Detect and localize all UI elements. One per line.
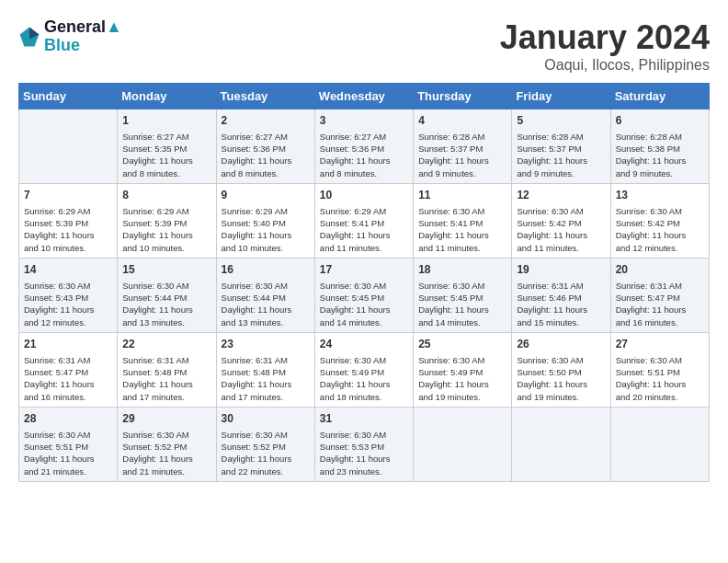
- column-header-thursday: Thursday: [414, 84, 512, 109]
- day-info: Sunrise: 6:30 AMSunset: 5:53 PMDaylight:…: [320, 429, 408, 477]
- day-info: Sunrise: 6:30 AMSunset: 5:45 PMDaylight:…: [418, 280, 506, 328]
- day-info: Sunrise: 6:31 AMSunset: 5:46 PMDaylight:…: [517, 280, 605, 328]
- day-info: Sunrise: 6:30 AMSunset: 5:49 PMDaylight:…: [320, 354, 408, 403]
- day-number: 23: [222, 337, 310, 352]
- calendar-header-row: SundayMondayTuesdayWednesdayThursdayFrid…: [19, 84, 710, 109]
- logo: General▲ Blue: [18, 18, 122, 55]
- day-info: Sunrise: 6:30 AMSunset: 5:44 PMDaylight:…: [122, 280, 210, 328]
- day-number: 25: [418, 337, 506, 352]
- day-info: Sunrise: 6:30 AMSunset: 5:42 PMDaylight:…: [517, 205, 605, 254]
- day-number: 21: [24, 337, 112, 352]
- calendar-cell: [19, 109, 118, 184]
- calendar-week-3: 14Sunrise: 6:30 AMSunset: 5:43 PMDayligh…: [19, 258, 710, 332]
- day-info: Sunrise: 6:28 AMSunset: 5:38 PMDaylight:…: [616, 131, 704, 179]
- calendar-week-5: 28Sunrise: 6:30 AMSunset: 5:51 PMDayligh…: [19, 407, 710, 481]
- day-number: 22: [122, 337, 210, 352]
- day-number: 19: [517, 262, 605, 278]
- day-info: Sunrise: 6:29 AMSunset: 5:41 PMDaylight:…: [320, 205, 408, 254]
- column-header-monday: Monday: [118, 84, 216, 109]
- calendar-cell: 16Sunrise: 6:30 AMSunset: 5:44 PMDayligh…: [216, 258, 314, 332]
- calendar-cell: 27Sunrise: 6:30 AMSunset: 5:51 PMDayligh…: [610, 332, 709, 407]
- calendar-cell: 28Sunrise: 6:30 AMSunset: 5:51 PMDayligh…: [19, 407, 118, 481]
- calendar-cell: 3Sunrise: 6:27 AMSunset: 5:36 PMDaylight…: [314, 109, 413, 184]
- day-number: 8: [122, 188, 210, 203]
- day-info: Sunrise: 6:30 AMSunset: 5:45 PMDaylight:…: [320, 280, 408, 328]
- column-header-sunday: Sunday: [19, 84, 118, 109]
- calendar-cell: 22Sunrise: 6:31 AMSunset: 5:48 PMDayligh…: [118, 332, 216, 407]
- day-number: 18: [418, 262, 506, 278]
- day-info: Sunrise: 6:30 AMSunset: 5:50 PMDaylight:…: [517, 354, 605, 403]
- day-info: Sunrise: 6:29 AMSunset: 5:40 PMDaylight:…: [222, 205, 310, 254]
- day-info: Sunrise: 6:30 AMSunset: 5:43 PMDaylight:…: [24, 280, 112, 328]
- column-header-wednesday: Wednesday: [314, 84, 413, 109]
- page-header: General▲ Blue January 2024 Oaqui, Ilocos…: [18, 18, 710, 74]
- calendar-cell: 18Sunrise: 6:30 AMSunset: 5:45 PMDayligh…: [414, 258, 512, 332]
- calendar-cell: 5Sunrise: 6:28 AMSunset: 5:37 PMDaylight…: [512, 109, 610, 184]
- day-number: 5: [517, 113, 605, 129]
- day-number: 15: [122, 262, 210, 278]
- calendar-week-1: 1Sunrise: 6:27 AMSunset: 5:35 PMDaylight…: [19, 109, 710, 184]
- day-number: 11: [418, 188, 506, 203]
- day-info: Sunrise: 6:30 AMSunset: 5:44 PMDaylight:…: [222, 280, 310, 328]
- calendar-cell: 9Sunrise: 6:29 AMSunset: 5:40 PMDaylight…: [216, 183, 314, 258]
- calendar-cell: 21Sunrise: 6:31 AMSunset: 5:47 PMDayligh…: [19, 332, 118, 407]
- day-info: Sunrise: 6:31 AMSunset: 5:47 PMDaylight:…: [24, 354, 112, 403]
- day-number: 20: [616, 262, 704, 278]
- day-number: 10: [320, 188, 408, 203]
- calendar-cell: 13Sunrise: 6:30 AMSunset: 5:42 PMDayligh…: [610, 183, 709, 258]
- calendar-cell: 6Sunrise: 6:28 AMSunset: 5:38 PMDaylight…: [610, 109, 709, 184]
- calendar-cell: 14Sunrise: 6:30 AMSunset: 5:43 PMDayligh…: [19, 258, 118, 332]
- day-info: Sunrise: 6:30 AMSunset: 5:41 PMDaylight:…: [418, 205, 506, 254]
- calendar-cell: [512, 407, 610, 481]
- day-number: 24: [320, 337, 408, 352]
- day-number: 6: [616, 113, 704, 129]
- day-info: Sunrise: 6:27 AMSunset: 5:36 PMDaylight:…: [222, 131, 310, 179]
- calendar-cell: 25Sunrise: 6:30 AMSunset: 5:49 PMDayligh…: [414, 332, 512, 407]
- day-number: 4: [418, 113, 506, 129]
- calendar-cell: 29Sunrise: 6:30 AMSunset: 5:52 PMDayligh…: [118, 407, 216, 481]
- day-info: Sunrise: 6:30 AMSunset: 5:51 PMDaylight:…: [24, 429, 112, 477]
- calendar-cell: [414, 407, 512, 481]
- day-number: 2: [222, 113, 310, 129]
- day-number: 28: [24, 411, 112, 427]
- day-info: Sunrise: 6:30 AMSunset: 5:52 PMDaylight:…: [222, 429, 310, 477]
- day-number: 17: [320, 262, 408, 278]
- day-number: 14: [24, 262, 112, 278]
- calendar-cell: 26Sunrise: 6:30 AMSunset: 5:50 PMDayligh…: [512, 332, 610, 407]
- calendar-cell: 7Sunrise: 6:29 AMSunset: 5:39 PMDaylight…: [19, 183, 118, 258]
- day-info: Sunrise: 6:31 AMSunset: 5:48 PMDaylight:…: [122, 354, 210, 403]
- day-info: Sunrise: 6:31 AMSunset: 5:47 PMDaylight:…: [616, 280, 704, 328]
- day-number: 31: [320, 411, 408, 427]
- day-info: Sunrise: 6:27 AMSunset: 5:36 PMDaylight:…: [320, 131, 408, 179]
- calendar-cell: 10Sunrise: 6:29 AMSunset: 5:41 PMDayligh…: [314, 183, 413, 258]
- day-number: 3: [320, 113, 408, 129]
- calendar-cell: 31Sunrise: 6:30 AMSunset: 5:53 PMDayligh…: [314, 407, 413, 481]
- calendar-cell: 4Sunrise: 6:28 AMSunset: 5:37 PMDaylight…: [414, 109, 512, 184]
- day-number: 26: [517, 337, 605, 352]
- calendar-cell: 30Sunrise: 6:30 AMSunset: 5:52 PMDayligh…: [216, 407, 314, 481]
- calendar-cell: [610, 407, 709, 481]
- day-number: 16: [222, 262, 310, 278]
- day-number: 27: [616, 337, 704, 352]
- day-info: Sunrise: 6:30 AMSunset: 5:52 PMDaylight:…: [122, 429, 210, 477]
- calendar-cell: 19Sunrise: 6:31 AMSunset: 5:46 PMDayligh…: [512, 258, 610, 332]
- calendar-cell: 23Sunrise: 6:31 AMSunset: 5:48 PMDayligh…: [216, 332, 314, 407]
- day-number: 1: [122, 113, 210, 129]
- day-info: Sunrise: 6:29 AMSunset: 5:39 PMDaylight:…: [122, 205, 210, 254]
- day-number: 9: [222, 188, 310, 203]
- calendar-cell: 17Sunrise: 6:30 AMSunset: 5:45 PMDayligh…: [314, 258, 413, 332]
- day-info: Sunrise: 6:29 AMSunset: 5:39 PMDaylight:…: [24, 205, 112, 254]
- calendar-cell: 15Sunrise: 6:30 AMSunset: 5:44 PMDayligh…: [118, 258, 216, 332]
- logo-icon: [18, 26, 40, 48]
- logo-text: General▲ Blue: [44, 18, 122, 55]
- day-number: 13: [616, 188, 704, 203]
- column-header-saturday: Saturday: [610, 84, 709, 109]
- day-number: 12: [517, 188, 605, 203]
- calendar-table: SundayMondayTuesdayWednesdayThursdayFrid…: [18, 83, 710, 482]
- day-info: Sunrise: 6:28 AMSunset: 5:37 PMDaylight:…: [418, 131, 506, 179]
- calendar-cell: 11Sunrise: 6:30 AMSunset: 5:41 PMDayligh…: [414, 183, 512, 258]
- month-title: January 2024: [500, 18, 710, 57]
- day-number: 30: [222, 411, 310, 427]
- day-info: Sunrise: 6:30 AMSunset: 5:42 PMDaylight:…: [616, 205, 704, 254]
- calendar-cell: 24Sunrise: 6:30 AMSunset: 5:49 PMDayligh…: [314, 332, 413, 407]
